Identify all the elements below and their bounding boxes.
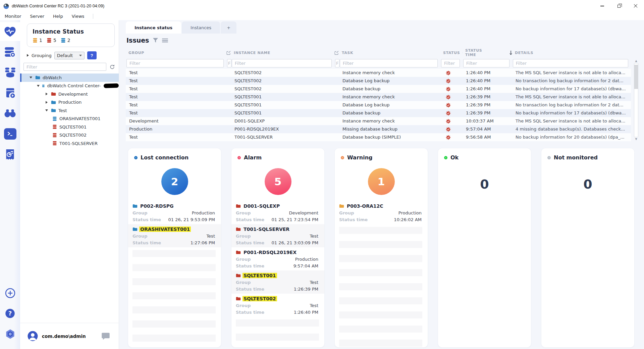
rail-database-jobs[interactable] — [0, 84, 20, 102]
scrollbar-thumb[interactable] — [634, 65, 638, 89]
table-row[interactable]: Test SQLTEST002 Database Log backup 1:26… — [126, 77, 631, 85]
app-logo-icon — [3, 3, 9, 9]
table-row[interactable]: Test SQLTEST002 Instance memory check 1:… — [126, 69, 631, 77]
not-monitored-ring-icon — [547, 156, 551, 159]
tree-item-control-center[interactable]: dbWatch Control Center- — [20, 82, 119, 90]
alarm-count: 5 — [53, 38, 56, 43]
card-entry[interactable]: ORASHIVATEST001 GroupTest Status time1:2… — [128, 224, 221, 247]
database-icon — [52, 141, 57, 146]
folder-icon — [132, 204, 138, 208]
grouping-help-button[interactable]: ? — [87, 51, 97, 59]
filter-details-input[interactable] — [513, 59, 628, 67]
card-entry[interactable]: D001-SQLEXP GroupDevelopment Status time… — [231, 201, 324, 224]
tree-item-orashivatest001[interactable]: ORASHIVATEST001 — [20, 115, 119, 123]
alarm-gear-icon — [446, 87, 451, 92]
caret-down-icon[interactable] — [30, 77, 32, 79]
refresh-icon[interactable] — [110, 64, 115, 69]
chat-bubble-icon[interactable] — [101, 332, 110, 340]
placeholder-rows — [335, 227, 428, 347]
filter-funnel-icon[interactable] — [153, 38, 158, 43]
ok-count: 2 — [67, 38, 70, 43]
alarm-gear-icon — [446, 70, 451, 76]
table-row[interactable]: Test SQLTEST002 Database backup 1:26:40 … — [126, 85, 631, 93]
rail-database-farm[interactable] — [0, 63, 20, 82]
tab-add[interactable]: + — [221, 21, 236, 34]
col-details: DETAILS — [512, 47, 631, 58]
col-status-time[interactable]: STATUS TIME — [463, 47, 512, 58]
warning-count: 1 — [39, 38, 42, 43]
col-status[interactable]: STATUS — [440, 47, 463, 58]
menu-views[interactable]: Views — [72, 14, 85, 19]
rail-reports[interactable] — [0, 145, 20, 164]
caret-down-icon[interactable] — [45, 109, 48, 111]
grouping-collapse-caret-icon[interactable] — [27, 54, 29, 57]
card-warning: Warning 1 P003-ORA12C GroupProduction St… — [335, 148, 428, 347]
edit-column-icon[interactable] — [334, 47, 339, 58]
table-body: Test SQLTEST002 Instance memory check 1:… — [126, 69, 631, 141]
table-row[interactable]: Development D001-SQLEXP Instance memory … — [126, 117, 631, 125]
add-circle-icon — [5, 288, 15, 298]
rail-settings[interactable] — [0, 325, 20, 343]
card-entry[interactable]: SQLTEST002 GroupTest Status time1:26:40 … — [231, 294, 324, 317]
tab-instances[interactable]: Instances — [182, 21, 220, 34]
minimize-button[interactable] — [594, 0, 610, 12]
card-entry[interactable]: SQLTEST001 GroupTest Status time1:26:39 … — [231, 270, 324, 294]
close-button[interactable] — [627, 0, 644, 12]
rail-help[interactable]: ? — [0, 304, 20, 323]
caret-down-icon[interactable] — [37, 85, 40, 87]
table-row[interactable]: Production P001-RDSQL2019EX Missing data… — [126, 125, 631, 133]
rail-monitoring[interactable] — [0, 22, 20, 41]
rail-explore[interactable] — [0, 104, 20, 123]
database-icon — [52, 116, 57, 121]
settings-hex-icon — [5, 329, 15, 339]
tree-item-sqltest002[interactable]: SQLTEST002 — [20, 131, 119, 140]
tree-item-development[interactable]: Development — [20, 90, 119, 98]
filter-status-time-input[interactable] — [463, 59, 509, 67]
menu-divider — [93, 14, 93, 19]
title-bar: dbWatch Control Center RC 3 (2021-01-20 … — [0, 0, 644, 12]
caret-right-icon[interactable] — [46, 101, 48, 104]
card-entry[interactable]: P003-ORA12C GroupProduction Status time1… — [335, 201, 428, 224]
table-row[interactable]: Test SQLTEST001 Database backup 1:26:39 … — [126, 109, 631, 117]
tree-item-sqltest001[interactable]: SQLTEST001 — [20, 123, 119, 131]
tree-item-production[interactable]: Production — [20, 98, 119, 107]
tab-instance-status[interactable]: Instance status — [126, 21, 181, 34]
binoculars-icon — [4, 109, 16, 118]
tree-item-t001-sqlserver[interactable]: T001-SQLSERVER — [20, 139, 119, 148]
table-scrollbar[interactable]: ▲ ▼ — [633, 59, 639, 141]
database-icon — [52, 124, 57, 129]
filter-task-input[interactable] — [340, 59, 438, 67]
list-view-icon[interactable] — [162, 38, 168, 43]
caret-right-icon[interactable] — [46, 93, 48, 95]
table-row[interactable]: Test T001-SQLSERVER Database backup (SIM… — [126, 133, 631, 141]
scroll-down-icon[interactable]: ▼ — [635, 137, 637, 141]
not-monitored-count: 0 — [541, 177, 634, 192]
panel-title: Instance Status — [33, 28, 109, 35]
rail-sql-worksheet[interactable] — [0, 124, 20, 143]
filter-group-input[interactable] — [126, 59, 224, 67]
folder-icon — [236, 227, 241, 231]
table-row[interactable]: Test SQLTEST001 Instance memory check 1:… — [126, 93, 631, 101]
table-row[interactable]: Test SQLTEST001 Database Log backup 1:26… — [126, 101, 631, 109]
menu-help[interactable]: Help — [53, 14, 63, 19]
restore-button[interactable] — [610, 0, 627, 12]
tree-item-dbwatch[interactable]: dbWatch — [20, 73, 119, 82]
menu-monitor[interactable]: Monitor — [5, 14, 21, 19]
grouping-select[interactable]: Default — [54, 52, 85, 59]
tree-filter-input[interactable] — [23, 63, 106, 71]
card-entry[interactable]: P002-RDSPG GroupProduction Status time01… — [128, 201, 221, 224]
card-entry[interactable]: P001-RDSQL2019EX GroupProduction Status … — [231, 247, 324, 270]
help-circle-icon: ? — [5, 308, 15, 318]
issues-title: Issues — [126, 37, 149, 44]
folder-icon — [51, 100, 56, 104]
rail-database-mgmt[interactable] — [0, 43, 20, 61]
edit-column-icon[interactable] — [226, 47, 231, 58]
filter-instance-input[interactable] — [232, 59, 332, 67]
card-entry[interactable]: T001-SQLSERVER GroupTest Status time01 2… — [231, 224, 324, 247]
rail-add[interactable] — [0, 284, 20, 302]
tree-item-test[interactable]: Test — [20, 106, 119, 115]
table-filter-row — [126, 58, 631, 69]
menu-server[interactable]: Server — [30, 14, 44, 19]
scroll-up-icon[interactable]: ▲ — [635, 59, 637, 63]
filter-status-input[interactable] — [441, 59, 460, 67]
